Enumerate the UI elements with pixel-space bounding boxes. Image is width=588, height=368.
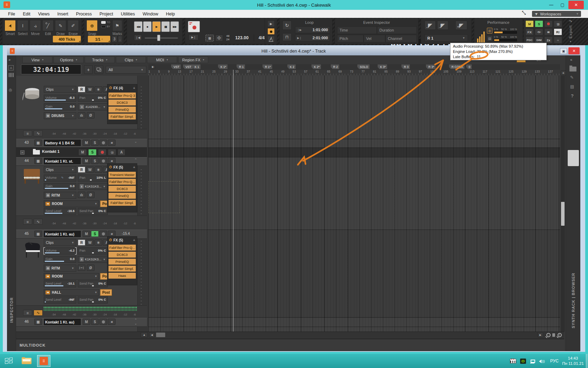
close-button[interactable]: ✕ [568, 1, 584, 9]
event-vel-field[interactable]: Vel [364, 35, 385, 42]
fx-plugin[interactable]: FabFilter Simpl. [108, 114, 136, 120]
fx-bin-header[interactable]: ⏻FX (5)+ [107, 164, 137, 171]
fx-global-button[interactable]: FX [525, 28, 534, 35]
snap-dot-button[interactable]: . [118, 36, 122, 42]
minimize-button[interactable]: — [546, 1, 556, 8]
automation-lane-button[interactable]: ∿ [34, 310, 43, 316]
output-dropdown[interactable]: I4142930...▼ [78, 103, 108, 110]
track-close-button[interactable]: ✕ [568, 47, 580, 54]
timeline-marker[interactable]: VST [171, 64, 181, 69]
input-echo-button[interactable]: ❘••❘ [78, 265, 85, 271]
menu-item[interactable]: Window [139, 11, 162, 18]
volume-field[interactable]: Volume-8.3 [44, 95, 76, 102]
zoom-slider[interactable] [552, 333, 555, 337]
vertical-scrollbar-thumb[interactable] [561, 202, 565, 226]
gain-field[interactable]: Gain0.0 [44, 183, 76, 190]
preset-dropdown[interactable]: ORITM▼ [44, 192, 76, 199]
waveform-button[interactable]: ılıl [108, 139, 115, 146]
trackview-menu[interactable]: View▾ [22, 56, 52, 63]
loop-end-field[interactable]: ▶❘ 2:01:000 [295, 34, 330, 41]
timeline-marker[interactable]: 0 [466, 64, 472, 69]
maximize-button[interactable]: ▢ [557, 1, 568, 8]
dock-handle[interactable] [568, 150, 579, 166]
nvidia-tray-icon[interactable] [519, 358, 526, 364]
clips-dropdown[interactable]: Clips▼ [44, 166, 76, 173]
folder-arm-button[interactable] [98, 149, 106, 156]
multidock[interactable]: MULTIDOCK [16, 339, 564, 351]
folder-solo-button[interactable]: S [88, 149, 97, 156]
read-automation-button[interactable]: R [78, 86, 85, 93]
send-level-field[interactable]: Send Level-16.6 [44, 208, 76, 215]
bypass-button[interactable]: ≈ [554, 36, 562, 43]
read-automation-button[interactable]: R [78, 239, 85, 246]
send-room[interactable]: ➜ROOM▼ [44, 273, 99, 280]
menu-item[interactable]: Insert [54, 11, 72, 18]
track-name[interactable]: Kontakt 1 Kt. au) [43, 318, 81, 326]
edit-tool-button[interactable]: ╱ [42, 20, 54, 31]
snapshot-button[interactable]: ✳ [94, 239, 102, 246]
fx-plugin[interactable]: FabFilter Simpl. [108, 200, 136, 206]
fx-plugin[interactable]: FabFilter Pro-Q... [108, 179, 136, 185]
pan-field[interactable]: Pan0% C [78, 247, 108, 254]
notes-icon[interactable]: ▤ [570, 84, 574, 89]
pdc-button[interactable]: PDC [525, 36, 534, 43]
now-marker-icon[interactable]: ▶ [150, 64, 155, 69]
track-45-lane[interactable] [148, 230, 560, 318]
fx-plugin[interactable]: DC8C3 [108, 100, 136, 105]
timeline-marker[interactable]: K 1 [192, 64, 201, 69]
help-icon[interactable]: ? [571, 93, 574, 98]
pan-field[interactable]: Pan0% C [78, 95, 108, 102]
zoom-out-button[interactable]: − [545, 332, 551, 338]
hscroll-left-button[interactable]: ◀ [149, 332, 155, 338]
mini-play-button[interactable]: ▶ [267, 20, 275, 27]
network-tray-icon[interactable] [529, 358, 536, 364]
timeline-marker[interactable]: SOLO [357, 64, 370, 69]
phase-button[interactable]: Ø [87, 192, 94, 198]
send-hall[interactable]: ➜HALL▼ [44, 289, 99, 296]
hscroll-thumb[interactable] [156, 333, 165, 337]
snapshot-button[interactable]: ✳ [94, 166, 102, 173]
folder-automation-button[interactable]: A [118, 149, 125, 156]
timeline-marker[interactable]: R 3* [426, 64, 436, 69]
fx-plugin[interactable]: FabFilter Pro-Q 3 [108, 93, 136, 98]
snap-to-by-toggle[interactable]: TO BY [101, 21, 112, 31]
screenset-dropdown[interactable]: R 1 ▼ [425, 34, 468, 42]
arm-button[interactable] [99, 158, 107, 164]
2x-button[interactable]: 2x [544, 36, 553, 43]
write-automation-button[interactable]: W [86, 166, 94, 173]
explorer-taskbar-icon[interactable] [22, 357, 32, 365]
gain-field[interactable]: Gain0.0 [44, 256, 76, 263]
fx-plugin[interactable]: PrimeEQ [108, 259, 136, 265]
menu-item[interactable]: Utilities [117, 11, 139, 18]
menu-item[interactable]: File [4, 11, 19, 18]
layers-button[interactable]: ≡ [23, 310, 32, 316]
timeline-marker[interactable]: R CODA [449, 64, 464, 69]
duplicate-button[interactable] [94, 65, 103, 74]
fx-plugin[interactable]: PrimeEQ [108, 107, 136, 113]
waveform-button[interactable]: ılıl [108, 319, 115, 325]
solo-all-button[interactable]: S [535, 20, 543, 27]
send-level-field[interactable]: Send Level-10.1 [44, 280, 76, 287]
timeline-marker[interactable]: K 2 [287, 64, 296, 69]
trackview-menu[interactable]: Options▾ [54, 56, 84, 63]
tempo-display[interactable]: 123.00 [232, 34, 252, 41]
send-level-field[interactable]: Send Level-INF [44, 297, 76, 304]
snap-value-dropdown[interactable]: 1/1 ○ [88, 36, 110, 42]
smart-tool-button[interactable]: ➤ [5, 20, 16, 31]
track-name[interactable]: Kontakt 1 Kt. st. [43, 157, 81, 165]
add-track-button[interactable]: + [84, 65, 93, 74]
menu-item[interactable]: Project [96, 11, 117, 18]
interleave-button[interactable]: ≋ [544, 28, 553, 35]
fx-plugin[interactable]: FabFilter Pro-Q... [108, 245, 136, 251]
target-icon[interactable]: ◎ [9, 88, 12, 92]
fx-plugin[interactable]: Haas [108, 273, 136, 279]
folder-lane[interactable] [148, 148, 560, 157]
spread-button[interactable]: ‹S› [535, 28, 543, 35]
mute-button[interactable]: M [83, 319, 90, 325]
input-echo-all-button[interactable]: ∙))) [554, 20, 562, 27]
draw-resolution-dropdown[interactable]: 400 Ticks [53, 36, 81, 42]
automation-lane-button[interactable]: ∿ [34, 219, 43, 225]
playhead[interactable] [233, 70, 233, 332]
fx-plugin[interactable]: DC8C3 [108, 186, 136, 192]
cakewalk-taskbar-icon[interactable]: ⠿ [37, 355, 50, 367]
